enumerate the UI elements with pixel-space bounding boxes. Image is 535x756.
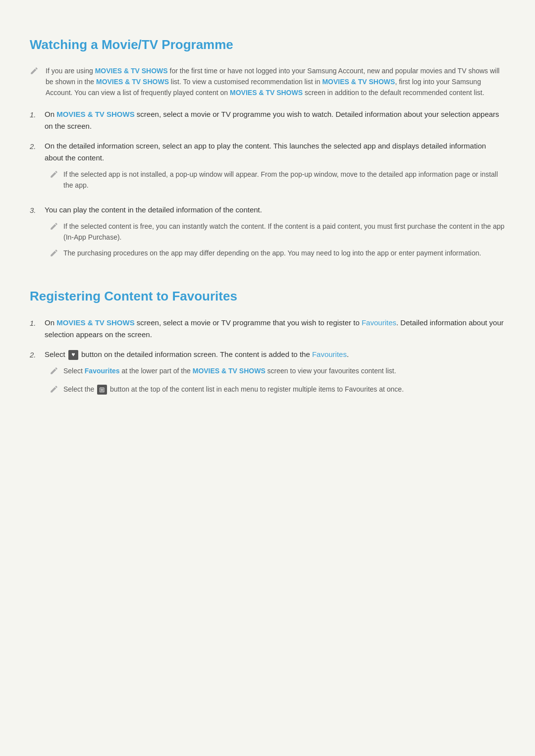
top-note-content: If you are using MOVIES & TV SHOWS for t… [46,65,505,99]
body-text: On [45,318,56,327]
body-text: screen to view your favourites content l… [266,367,396,375]
step-content: Select button on the detailed informatio… [45,349,505,403]
note-text: If the selected app is not installed, a … [63,169,505,191]
note-item: Select Favourites at the lower part of t… [50,365,505,379]
highlight-text: MOVIES & TV SHOWS [322,78,395,86]
list-item: 2. On the detailed information screen, s… [30,140,505,196]
step-text: On the detailed information screen, sele… [45,142,486,162]
highlight-text: MOVIES & TV SHOWS [96,78,169,86]
section-title-watching: Watching a Movie/TV Programme [30,35,505,55]
pencil-icon [30,65,46,79]
pencil-icon [50,365,63,379]
highlight-text: MOVIES & TV SHOWS [56,318,135,327]
body-text: On [45,110,56,118]
steps-list: 1. On MOVIES & TV SHOWS screen, select a… [30,317,505,403]
step-content: On the detailed information screen, sele… [45,140,505,196]
body-text: Select [45,350,67,358]
step-number: 1. [30,108,45,121]
notes-list: If the selected content is free, you can… [50,221,505,261]
note-item: Select the button at the top of the cont… [50,384,505,398]
step-number: 3. [30,204,45,216]
list-item: 1. On MOVIES & TV SHOWS screen, select a… [30,317,505,341]
body-text: button on the detailed information scree… [79,350,312,358]
body-text: at the lower part of the [120,367,193,375]
body-text: You can play the content in the detailed… [45,205,262,214]
highlight-text: MOVIES & TV SHOWS [95,67,168,75]
heart-button-icon [68,350,78,360]
step-content: You can play the content in the detailed… [45,204,505,266]
highlight-link-text: Favourites [362,318,396,327]
page-content: Watching a Movie/TV Programme If you are… [30,35,505,403]
highlight-text: Favourites [85,367,120,375]
step-text: On MOVIES & TV SHOWS screen, select a mo… [45,318,504,339]
step-number: 2. [30,140,45,152]
pencil-icon [50,169,63,183]
note-item: If the selected app is not installed, a … [50,169,505,191]
step-number: 1. [30,317,45,329]
pencil-icon [50,248,63,261]
body-text: If the selected app is not installed, a … [63,170,498,189]
top-note: If you are using MOVIES & TV SHOWS for t… [30,65,505,99]
steps-list: 1. On MOVIES & TV SHOWS screen, select a… [30,108,505,266]
highlight-text: MOVIES & TV SHOWS [230,89,303,97]
grid-button-icon [97,385,107,395]
step-text: Select button on the detailed informatio… [45,350,349,358]
step-content: On MOVIES & TV SHOWS screen, select a mo… [45,108,505,132]
highlight-text: MOVIES & TV SHOWS [56,110,135,118]
step-number: 2. [30,349,45,361]
note-text: If the selected content is free, you can… [63,221,505,243]
notes-list: If the selected app is not installed, a … [50,169,505,191]
note-text: Select Favourites at the lower part of t… [63,365,505,376]
note-item: The purchasing procedures on the app may… [50,248,505,261]
body-text: button at the top of the content list in… [108,385,404,393]
body-text: screen, select a movie or TV programme t… [135,318,362,327]
list-item: 2. Select button on the detailed informa… [30,349,505,403]
step-content: On MOVIES & TV SHOWS screen, select a mo… [45,317,505,341]
pencil-icon [50,221,63,235]
notes-list: Select Favourites at the lower part of t… [50,365,505,398]
step-text: On MOVIES & TV SHOWS screen, select a mo… [45,110,499,130]
note-text: The purchasing procedures on the app may… [63,248,505,258]
section-watching: Watching a Movie/TV Programme If you are… [30,35,505,266]
note-item: If the selected content is free, you can… [50,221,505,243]
body-text: If the selected content is free, you can… [63,222,504,241]
body-text: . [347,350,349,358]
list-item: 3. You can play the content in the detai… [30,204,505,266]
highlight-text: MOVIES & TV SHOWS [193,367,266,375]
highlight-link-text: Favourites [312,350,347,358]
body-text: If you are using [46,67,95,75]
body-text: On the detailed information screen, sele… [45,142,486,162]
list-item: 1. On MOVIES & TV SHOWS screen, select a… [30,108,505,132]
section-title-favourites: Registering Content to Favourites [30,286,505,307]
body-text: The purchasing procedures on the app may… [63,249,481,257]
body-text: screen in addition to the default recomm… [303,89,484,97]
body-text: list. To view a customised recommendatio… [169,78,322,86]
section-favourites: Registering Content to Favourites 1. On … [30,286,505,403]
step-text: You can play the content in the detailed… [45,205,262,214]
body-text: Select [63,367,85,375]
note-text: Select the button at the top of the cont… [63,384,505,395]
pencil-icon [50,384,63,398]
body-text: Select the [63,385,96,393]
